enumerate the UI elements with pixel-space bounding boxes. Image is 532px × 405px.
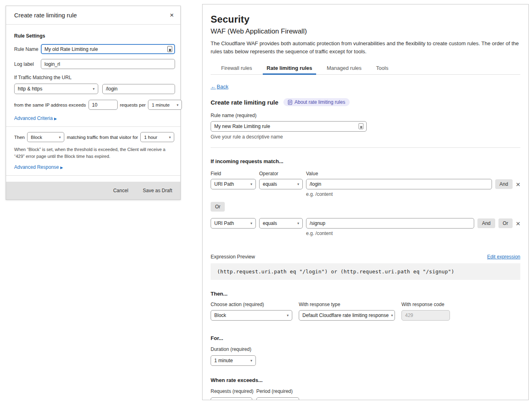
chevron-down-icon: ▾ xyxy=(391,313,393,317)
operator-column-label: Operator xyxy=(259,171,303,176)
then-label: Then xyxy=(14,135,25,140)
rule-name-input[interactable] xyxy=(41,44,175,54)
page-description: The Cloudflare WAF provides both automat… xyxy=(211,40,520,55)
tab-rate-limiting-rules[interactable]: Rate limiting rules xyxy=(266,63,313,74)
chevron-down-icon: ▾ xyxy=(250,182,252,186)
url-input[interactable] xyxy=(102,84,175,94)
chevron-down-icon: ▾ xyxy=(59,135,61,139)
field-select-value: URI Path xyxy=(214,181,234,187)
operator-select-value: equals xyxy=(263,181,277,187)
value-input[interactable] xyxy=(306,179,492,189)
ban-duration-value: 1 hour xyxy=(144,135,157,140)
match-section-title: If incoming requests match... xyxy=(211,158,520,164)
field-select[interactable]: URI Path ▾ xyxy=(211,179,256,189)
advanced-response-link[interactable]: Advanced Response ▶ xyxy=(14,164,63,170)
divider xyxy=(6,175,180,176)
rule-name-input[interactable] xyxy=(211,121,367,132)
expression-preview-value: (http.request.uri.path eq "/login") or (… xyxy=(211,263,520,280)
field-select[interactable]: URI Path ▾ xyxy=(211,218,256,229)
advanced-criteria-link[interactable]: Advanced Criteria ▶ xyxy=(14,115,57,121)
requests-suffix-text: requests per xyxy=(120,103,146,107)
value-helper: e.g. /content xyxy=(306,231,520,236)
requests-label: Requests (required) xyxy=(211,388,256,394)
dialog-body: Rule Settings Rule Name Log label If Tra… xyxy=(6,25,180,187)
dialog-footer: Cancel Save as Draft xyxy=(6,182,180,199)
action-select[interactable]: Block ▾ xyxy=(27,132,64,142)
choose-action-label: Choose action (required) xyxy=(211,302,292,307)
period-select[interactable]: 1 minute ▾ xyxy=(256,397,299,400)
divider xyxy=(6,126,180,127)
exceeds-prefix-text: from the same IP address exceeds xyxy=(14,103,86,107)
action-select-value: Block xyxy=(214,313,226,318)
duration-label: Duration (required) xyxy=(211,346,520,352)
security-waf-panel: Security WAF (Web Application Firewall) … xyxy=(202,4,529,400)
remove-condition-icon[interactable]: × xyxy=(516,220,520,227)
response-type-label: With response type xyxy=(299,302,395,307)
rate-section-title: When rate exceeds... xyxy=(211,377,520,383)
advanced-criteria-label: Advanced Criteria xyxy=(14,115,53,121)
dialog-header: Create rate limiting rule × xyxy=(6,6,180,25)
chevron-down-icon: ▾ xyxy=(297,182,299,186)
response-type-select[interactable]: Default Cloudflare rate limiting respons… xyxy=(299,310,395,321)
response-type-value: Default Cloudflare rate limiting respons… xyxy=(302,313,388,318)
action-select[interactable]: Block ▾ xyxy=(211,310,292,321)
back-link[interactable]: ← Back xyxy=(211,84,228,90)
then-suffix-text: matching traffic from that visitor for xyxy=(67,135,138,140)
log-label-label: Log label xyxy=(14,61,41,67)
operator-select-value: equals xyxy=(263,220,277,226)
value-column-label: Value xyxy=(306,171,318,176)
value-input[interactable] xyxy=(306,218,474,229)
scheme-select-value: http & https xyxy=(18,86,42,92)
chevron-down-icon: ▾ xyxy=(297,221,299,225)
arrow-left-icon: ← xyxy=(211,84,216,90)
and-button[interactable]: And xyxy=(477,218,495,228)
period-label: Period (required) xyxy=(256,388,293,394)
tab-firewall-rules[interactable]: Firewall rules xyxy=(220,63,253,74)
create-rate-limit-dialog: Create rate limiting rule × Rule Setting… xyxy=(6,6,181,200)
response-code-input xyxy=(401,310,450,321)
scheme-select[interactable]: http & https ▾ xyxy=(14,84,98,94)
operator-select[interactable]: equals ▾ xyxy=(259,218,303,229)
triangle-right-icon: ▶ xyxy=(60,166,63,170)
chevron-down-icon: ▾ xyxy=(177,103,179,107)
and-button[interactable]: And xyxy=(495,179,513,189)
tab-managed-rules[interactable]: Managed rules xyxy=(326,63,362,74)
or-button[interactable]: Or xyxy=(498,218,513,228)
divider xyxy=(211,147,520,148)
form-title: Create rate limiting rule xyxy=(211,99,279,106)
operator-select[interactable]: equals ▾ xyxy=(259,179,303,189)
document-icon xyxy=(288,100,292,105)
tab-tools[interactable]: Tools xyxy=(375,63,389,74)
rule-name-label: Rule name (required) xyxy=(211,113,520,118)
action-select-value: Block xyxy=(31,135,42,140)
chevron-down-icon: ▾ xyxy=(250,359,252,363)
chevron-down-icon: ▾ xyxy=(287,313,289,317)
cancel-button[interactable]: Cancel xyxy=(113,188,128,193)
or-button[interactable]: Or xyxy=(211,202,225,212)
rule-name-helper: Give your rule a descriptive name xyxy=(211,134,520,140)
duration-select[interactable]: 1 minute ▾ xyxy=(211,355,256,366)
requests-input[interactable] xyxy=(211,397,252,400)
close-icon[interactable]: × xyxy=(170,11,174,19)
condition-row: URI Path ▾ equals ▾ And × xyxy=(211,179,520,189)
period-select[interactable]: 1 minute ▾ xyxy=(148,100,182,110)
log-label-input[interactable] xyxy=(41,59,175,69)
chevron-down-icon: ▾ xyxy=(169,135,171,139)
period-select-value: 1 minute xyxy=(152,103,169,107)
autofill-extension-icon[interactable] xyxy=(167,46,172,52)
requests-count-input[interactable] xyxy=(89,100,118,110)
save-as-draft-button[interactable]: Save as Draft xyxy=(143,188,172,193)
advanced-response-label: Advanced Response xyxy=(14,164,59,170)
dialog-title: Create rate limiting rule xyxy=(14,12,77,19)
remove-condition-icon[interactable]: × xyxy=(516,180,520,188)
period-select-value: 1 minute xyxy=(260,400,279,400)
about-rate-limiting-badge[interactable]: About rate limiting rules xyxy=(283,98,350,106)
page-title: Security xyxy=(211,14,520,25)
ban-duration-select[interactable]: 1 hour ▾ xyxy=(140,132,174,142)
chevron-down-icon: ▾ xyxy=(250,221,252,225)
rule-name-label: Rule Name xyxy=(14,46,41,52)
chevron-down-icon: ▾ xyxy=(93,87,95,91)
for-section-title: For... xyxy=(211,335,520,341)
autofill-extension-icon[interactable] xyxy=(359,123,363,129)
edit-expression-link[interactable]: Edit expression xyxy=(487,254,520,260)
